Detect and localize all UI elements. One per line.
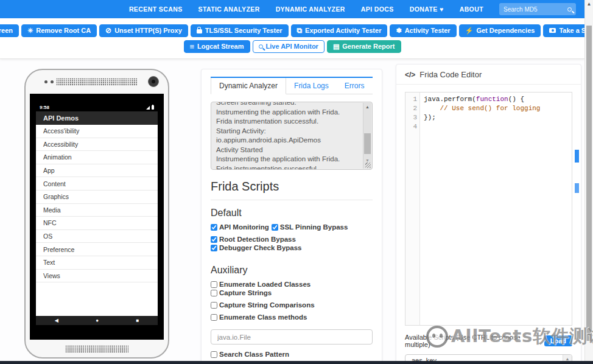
button-label: Live API Monitor xyxy=(266,43,318,50)
android-status-bar: 9:58 xyxy=(36,103,158,111)
editor-scrollbar-thumb[interactable] xyxy=(575,150,579,163)
resize-grip[interactable] xyxy=(365,163,371,168)
activity-tester-button[interactable]: Activity Tester xyxy=(390,24,456,37)
log-line: Frida instrumentation successful. xyxy=(216,117,360,127)
exported-activity-tester-button[interactable]: Exported Activity Tester xyxy=(291,24,388,37)
load-script-button[interactable]: Load xyxy=(544,335,572,346)
back-icon[interactable] xyxy=(55,318,58,323)
checkbox-api-monitoring[interactable]: API Monitoring xyxy=(211,223,269,231)
search-class-pattern-checkbox[interactable] xyxy=(211,351,217,358)
menu-item[interactable]: Content xyxy=(36,177,158,191)
log-scrollbar[interactable] xyxy=(363,103,371,169)
code-editor[interactable]: 1 2 3 4 java.perform(function() { // Use… xyxy=(405,92,572,326)
button-label: Logcat Stream xyxy=(197,43,244,50)
logcat-stream-button[interactable]: Logcat Stream xyxy=(184,40,250,53)
camera-icon xyxy=(549,28,556,33)
menu-item[interactable]: Views xyxy=(36,270,158,283)
scroll-down-icon[interactable] xyxy=(363,158,371,163)
nav-api-docs[interactable]: API DOCS xyxy=(361,5,394,13)
class-name-input[interactable] xyxy=(211,329,373,345)
get-dependencies-button[interactable]: Get Dependencies xyxy=(459,24,541,37)
menu-item[interactable]: Preference xyxy=(36,243,158,256)
android-nav-bar xyxy=(36,316,158,325)
app-menu-list: Access'ibility Accessibility Animation A… xyxy=(36,125,158,316)
log-output-textarea[interactable]: Screen streaming started. Instrumenting … xyxy=(211,102,373,170)
button-label: Activity Tester xyxy=(405,27,451,34)
checkbox-capture-string-comparisons[interactable]: Capture String Comparisons xyxy=(211,301,315,309)
scroll-up-icon[interactable] xyxy=(585,2,593,7)
live-api-monitor-button[interactable]: Live API Monitor xyxy=(253,40,325,53)
button-label: Get Dependencies xyxy=(476,27,535,34)
menu-item[interactable]: Text xyxy=(36,256,158,270)
checkbox-enumerate-class-methods[interactable]: Enumerate Class methods xyxy=(211,313,307,321)
nav-donate[interactable]: DONATE ♥ xyxy=(410,5,444,13)
sensor-dot-icon xyxy=(51,80,54,83)
menu-item[interactable]: OS xyxy=(36,230,158,243)
enumerate-class-methods-checkbox[interactable] xyxy=(211,314,217,321)
button-label: Remove Root CA xyxy=(36,27,91,34)
auxiliary-options-row-3: Enumerate Class methods xyxy=(211,313,373,321)
button-label: Exported Activity Tester xyxy=(305,27,381,34)
nav-about[interactable]: ABOUT xyxy=(460,5,483,13)
capture-string-comparisons-checkbox[interactable] xyxy=(211,302,217,309)
search-input[interactable] xyxy=(504,6,567,13)
root-detection-bypass-checkbox[interactable] xyxy=(211,236,217,243)
checkbox-root-detection-bypass[interactable]: Root Detection Bypass xyxy=(211,236,296,243)
code-content[interactable]: java.perform(function() { // Use send() … xyxy=(420,93,540,325)
menu-item[interactable]: Media xyxy=(36,204,158,217)
scroll-up-icon[interactable] xyxy=(363,105,371,109)
default-options-row-2: Root Detection Bypass Debugger Check Byp… xyxy=(211,236,373,251)
tab-errors[interactable]: Errors xyxy=(337,78,373,94)
page-scrollbar[interactable] xyxy=(584,0,593,364)
tab-frida-logs[interactable]: Frida Logs xyxy=(286,78,337,94)
divider xyxy=(211,200,373,200)
checkbox-enumerate-loaded-classes[interactable]: Enumerate Loaded Classes xyxy=(211,281,311,288)
editor-scrollbar-thumb[interactable] xyxy=(575,183,579,193)
page-scrollbar-thumb[interactable] xyxy=(586,26,592,341)
menu-item[interactable]: Access'ibility xyxy=(36,125,158,138)
ssl-pinning-bypass-checkbox[interactable] xyxy=(272,224,278,231)
nav-static-analyzer[interactable]: STATIC ANALYZER xyxy=(198,5,260,13)
home-icon[interactable] xyxy=(96,318,99,323)
checkbox-debugger-check-bypass[interactable]: Debugger Check Bypass xyxy=(211,244,302,251)
api-monitoring-checkbox[interactable] xyxy=(211,224,217,231)
editor-title: Frida Code Editor xyxy=(419,70,482,79)
scroll-up-icon[interactable] xyxy=(566,357,570,361)
available-scripts-label: Available Scripts (Use CTRL to choose mu… xyxy=(405,334,539,348)
menu-item[interactable]: NFC xyxy=(36,217,158,230)
checkbox-ssl-pinning-bypass[interactable]: SSL Pinning Bypass xyxy=(272,223,348,231)
checkbox-search-class-pattern[interactable]: Search Class Pattern xyxy=(211,351,289,358)
line-number-gutter: 1 2 3 4 xyxy=(405,93,420,325)
action-toolbar: Stop Screen Remove Root CA Unset HTTP(S)… xyxy=(0,18,584,59)
generate-report-button[interactable]: Generate Report xyxy=(327,40,401,53)
menu-item[interactable]: Animation xyxy=(36,151,158,164)
code-line: java.perform(function() { xyxy=(424,95,540,104)
debugger-check-bypass-checkbox[interactable] xyxy=(211,245,217,251)
log-line: Instrumenting the application with Frida… xyxy=(216,108,360,117)
unset-proxy-button[interactable]: Unset HTTP(S) Proxy xyxy=(99,24,188,37)
enumerate-loaded-classes-checkbox[interactable] xyxy=(211,281,217,288)
capture-strings-checkbox[interactable] xyxy=(211,290,217,296)
menu-item[interactable]: App xyxy=(36,164,158,178)
recents-icon[interactable] xyxy=(136,318,139,323)
device-screen-content[interactable]: 9:58 API Demos Access'ibility Accessibil… xyxy=(36,103,158,325)
tab-dynamic-analyzer[interactable]: Dynamic Analyzer xyxy=(211,78,286,94)
nav-recent-scans[interactable]: RECENT SCANS xyxy=(129,5,183,13)
log-line: Screen streaming started. xyxy=(216,102,360,108)
nav-dynamic-analyzer[interactable]: DYNAMIC ANALYZER xyxy=(276,5,345,13)
stop-screen-button[interactable]: Stop Screen xyxy=(0,24,19,37)
menu-item[interactable]: Graphics xyxy=(36,191,158,204)
code-line: }); xyxy=(424,113,540,122)
device-screen[interactable]: 9:58 API Demos Access'ibility Accessibil… xyxy=(30,94,164,340)
log-lines: Screen streaming started. Instrumenting … xyxy=(211,102,372,170)
magnifier-icon[interactable] xyxy=(567,7,572,12)
app-title: API Demos xyxy=(43,114,79,122)
scrollbar-thumb[interactable] xyxy=(364,133,371,155)
tls-ssl-tester-button[interactable]: TLS/SSL Security Tester xyxy=(191,24,289,37)
certificate-icon xyxy=(27,27,33,34)
checkbox-label: Capture String Comparisons xyxy=(219,301,315,309)
checkbox-capture-strings[interactable]: Capture Strings xyxy=(211,289,272,296)
checkbox-label: API Monitoring xyxy=(219,223,269,231)
remove-root-ca-button[interactable]: Remove Root CA xyxy=(21,24,97,37)
menu-item[interactable]: Accessibility xyxy=(36,138,158,152)
